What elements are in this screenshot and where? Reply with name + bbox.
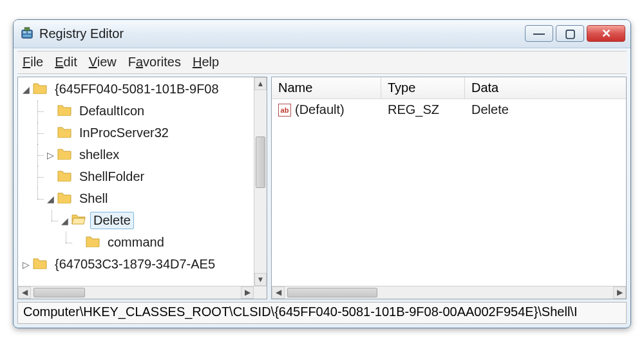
client-area: ◢ {645FF040-5081-101B-9F08 DefaultIcon	[14, 74, 630, 299]
svg-rect-3	[23, 35, 32, 37]
expander-expanded-icon[interactable]: ◢	[21, 84, 31, 95]
scroll-thumb[interactable]	[256, 136, 265, 188]
tree-label: DefaultIcon	[76, 102, 147, 120]
tree-item-delete[interactable]: ◢ Delete	[21, 210, 267, 232]
close-button[interactable]: ✕	[587, 25, 625, 42]
value-data: Delete	[471, 102, 509, 117]
folder-open-icon	[71, 212, 86, 229]
svg-rect-2	[28, 31, 31, 33]
menu-favorites[interactable]: Favorites	[128, 55, 181, 70]
close-icon: ✕	[601, 26, 611, 41]
value-name: (Default)	[295, 102, 345, 117]
reg-string-icon: ab	[278, 104, 291, 117]
tree-label: Shell	[76, 190, 111, 207]
svg-rect-1	[23, 31, 27, 33]
tree-label: {645FF040-5081-101B-9F08	[52, 80, 222, 98]
tree-item-command[interactable]: command	[21, 232, 267, 254]
expander-collapsed-icon[interactable]: ▷	[45, 150, 55, 160]
tree-label: ShellFolder	[76, 168, 147, 185]
folder-icon	[57, 191, 72, 207]
maximize-button[interactable]: ▢	[556, 25, 584, 42]
tree-label-selected: Delete	[90, 212, 134, 229]
tree-vertical-scrollbar[interactable]: ▲ ▼	[254, 77, 267, 286]
expander-expanded-icon[interactable]: ◢	[45, 194, 55, 204]
scroll-right-icon[interactable]: ▶	[613, 286, 626, 299]
tree-pane: ◢ {645FF040-5081-101B-9F08 DefaultIcon	[17, 77, 267, 299]
list-horizontal-scrollbar[interactable]: ◀ ▶	[272, 286, 626, 299]
folder-icon	[57, 147, 72, 163]
value-type: REG_SZ	[388, 102, 439, 117]
statusbar: Computer\HKEY_CLASSES_ROOT\CLSID\{645FF0…	[17, 302, 627, 324]
tree-horizontal-scrollbar[interactable]: ◀ ▶	[18, 286, 267, 299]
tree-label: shellex	[76, 146, 122, 164]
list-pane: Name Type Data ab (Default) REG_SZ Delet…	[271, 77, 627, 299]
tree-item-shell[interactable]: ◢ Shell	[21, 188, 267, 210]
scroll-down-icon[interactable]: ▼	[254, 273, 267, 286]
scroll-left-icon[interactable]: ◀	[272, 286, 285, 299]
regedit-icon	[20, 26, 34, 41]
menu-help[interactable]: Help	[193, 55, 219, 70]
status-path: Computer\HKEY_CLASSES_ROOT\CLSID\{645FF0…	[23, 305, 577, 319]
window: Registry Editor — ▢ ✕ File Edit View Fav…	[13, 19, 631, 328]
menubar: File Edit View Favorites Help	[17, 51, 627, 74]
minimize-button[interactable]: —	[525, 25, 553, 42]
folder-icon	[32, 256, 48, 272]
column-header-data[interactable]: Data	[465, 77, 626, 98]
svg-rect-4	[24, 28, 29, 31]
scroll-right-icon[interactable]: ▶	[241, 286, 254, 299]
column-header-name[interactable]: Name	[272, 77, 381, 98]
scroll-thumb[interactable]	[287, 288, 377, 297]
folder-icon	[32, 81, 48, 97]
folder-icon	[85, 234, 100, 250]
scroll-up-icon[interactable]: ▲	[254, 77, 267, 90]
folder-icon	[57, 125, 72, 141]
tree-item-shellfolder[interactable]: ShellFolder	[21, 166, 267, 188]
tree-item-inprocserver32[interactable]: InProcServer32	[21, 122, 267, 144]
minimize-icon: —	[533, 27, 545, 41]
menu-view[interactable]: View	[89, 55, 117, 70]
titlebar[interactable]: Registry Editor — ▢ ✕	[14, 20, 630, 48]
window-controls: — ▢ ✕	[525, 25, 625, 42]
list-body[interactable]: ab (Default) REG_SZ Delete	[272, 99, 626, 286]
expander-collapsed-icon[interactable]: ▷	[21, 259, 31, 270]
tree-item-sibling[interactable]: ▷ {647053C3-1879-34D7-AE5	[21, 254, 267, 276]
tree-item-defaulticon[interactable]: DefaultIcon	[21, 100, 267, 122]
expander-expanded-icon[interactable]: ◢	[59, 216, 70, 226]
folder-icon	[57, 103, 72, 119]
menu-edit[interactable]: Edit	[55, 55, 77, 70]
tree-label: command	[104, 234, 167, 251]
tree-body[interactable]: ◢ {645FF040-5081-101B-9F08 DefaultIcon	[18, 77, 267, 286]
maximize-icon: ▢	[565, 26, 576, 41]
list-header: Name Type Data	[272, 77, 626, 99]
column-header-type[interactable]: Type	[381, 77, 465, 98]
scroll-thumb[interactable]	[33, 288, 85, 297]
tree-item-shellex[interactable]: ▷ shellex	[21, 144, 267, 166]
folder-icon	[57, 169, 72, 185]
window-title: Registry Editor	[39, 26, 525, 41]
menu-file[interactable]: File	[23, 55, 43, 70]
list-row[interactable]: ab (Default) REG_SZ Delete	[272, 99, 626, 121]
scroll-left-icon[interactable]: ◀	[18, 286, 31, 299]
tree-label: InProcServer32	[76, 124, 172, 142]
tree-item-root[interactable]: ◢ {645FF040-5081-101B-9F08	[21, 79, 267, 100]
tree-label: {647053C3-1879-34D7-AE5	[52, 256, 218, 273]
